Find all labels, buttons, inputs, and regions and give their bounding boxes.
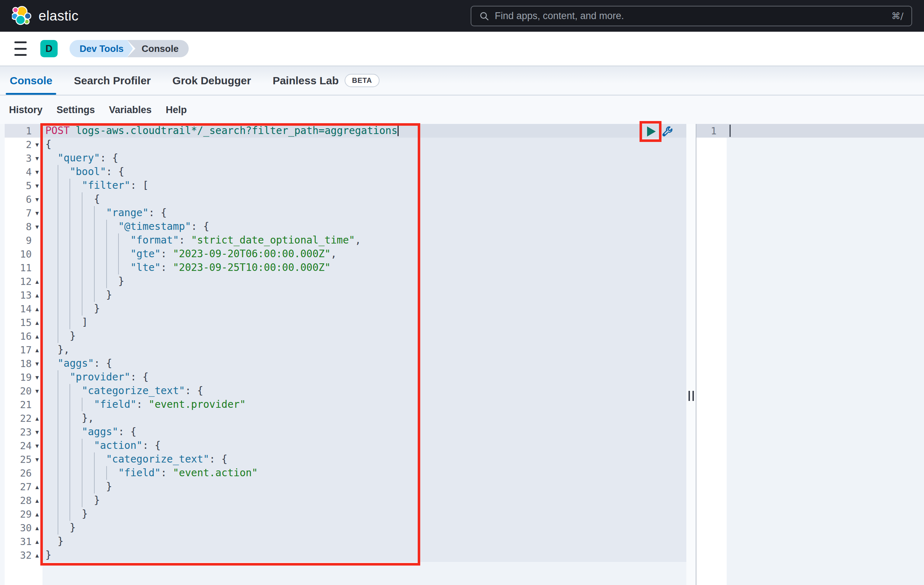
space-avatar[interactable]: D	[40, 40, 58, 57]
code-line[interactable]: "format": "strict_date_optional_time",	[43, 233, 686, 247]
code-line[interactable]: }	[43, 274, 686, 288]
code-line[interactable]: },	[43, 343, 686, 357]
fold-toggle-icon[interactable]: ▾	[32, 206, 43, 220]
code-line[interactable]: "categorize_text": {	[43, 453, 686, 466]
fold-toggle-icon[interactable]: ▴	[32, 274, 43, 288]
elastic-logo[interactable]: elastic	[12, 6, 79, 26]
tab-search-profiler[interactable]: Search Profiler	[74, 66, 150, 95]
output-gutter: 1	[696, 124, 727, 585]
request-editor[interactable]: 12▾3▾4▾5▾6▾7▾8▾9101112▴13▴14▴15▴16▴17▴18…	[0, 124, 686, 585]
code-line[interactable]: },	[43, 411, 686, 425]
splitter-handle-icon[interactable]	[688, 391, 694, 401]
fold-toggle-icon[interactable]: ▾	[32, 178, 43, 192]
code-line[interactable]: "lte": "2023-09-25T10:00:00.000Z"	[43, 261, 686, 274]
code-line[interactable]: "provider": {	[43, 370, 686, 384]
code-line[interactable]: {	[43, 192, 686, 206]
fold-toggle-icon[interactable]: ▾	[32, 357, 43, 370]
menu-variables[interactable]: Variables	[109, 104, 152, 116]
fold-toggle-icon[interactable]: ▴	[32, 316, 43, 329]
fold-toggle-icon[interactable]: ▴	[32, 521, 43, 535]
code-line[interactable]: "action": {	[43, 439, 686, 453]
tab-console[interactable]: Console	[10, 66, 52, 95]
gutter-line: 14▴	[5, 302, 43, 316]
gutter-line: 27▴	[5, 480, 43, 494]
fold-toggle-icon[interactable]: ▴	[32, 343, 43, 357]
fold-toggle-icon[interactable]: ▾	[32, 165, 43, 178]
menu-settings[interactable]: Settings	[56, 104, 95, 116]
code-line[interactable]: "aggs": {	[43, 425, 686, 439]
fold-toggle-icon[interactable]: ▴	[32, 288, 43, 302]
indent-guide	[58, 220, 70, 233]
panel-splitter[interactable]	[686, 124, 696, 585]
global-search[interactable]: ⌘/	[471, 6, 912, 26]
code-line[interactable]: "range": {	[43, 206, 686, 220]
breadcrumb-dev-tools[interactable]: Dev Tools	[69, 40, 127, 57]
fold-toggle-icon[interactable]: ▾	[32, 425, 43, 439]
fold-toggle-icon[interactable]: ▴	[32, 548, 43, 562]
output-editor[interactable]	[727, 124, 924, 585]
fold-toggle-icon[interactable]: ▾	[32, 137, 43, 151]
code-line[interactable]: }	[43, 507, 686, 521]
code-line[interactable]: }	[43, 302, 686, 316]
fold-toggle-icon[interactable]: ▾	[32, 439, 43, 453]
request-options-wrench-icon[interactable]	[660, 125, 673, 137]
fold-toggle-icon[interactable]: ▾	[32, 220, 43, 233]
indent-guide	[58, 178, 70, 192]
indent-guide	[118, 233, 130, 247]
code-line[interactable]: "categorize_text": {	[43, 384, 686, 398]
indent-guide	[69, 398, 82, 411]
line-number: 8	[26, 221, 32, 232]
code-line[interactable]: }	[43, 548, 686, 562]
indent-guide	[94, 206, 106, 220]
fold-toggle-icon[interactable]: ▴	[32, 535, 43, 548]
indent-guide	[94, 220, 106, 233]
fold-toggle-icon[interactable]: ▴	[32, 302, 43, 316]
code-line[interactable]: "field": "event.provider"	[43, 398, 686, 411]
code-line[interactable]: "query": {	[43, 151, 686, 165]
gutter-line: 28▴	[5, 494, 43, 507]
fold-toggle-icon[interactable]: ▾	[32, 453, 43, 466]
indent-guide	[69, 316, 82, 329]
code-line[interactable]: "bool": {	[43, 165, 686, 178]
fold-toggle-icon[interactable]: ▴	[32, 480, 43, 494]
tab-grok-debugger[interactable]: Grok Debugger	[173, 66, 251, 95]
code-line[interactable]: }	[43, 494, 686, 507]
indent-guide	[58, 192, 70, 206]
fold-toggle-icon[interactable]: ▾	[32, 384, 43, 398]
fold-toggle-icon[interactable]: ▾	[32, 151, 43, 165]
code-line[interactable]: }	[43, 535, 686, 548]
search-input[interactable]	[495, 10, 886, 21]
indent-guide	[106, 220, 119, 233]
fold-toggle-icon[interactable]: ▾	[32, 370, 43, 384]
code-line[interactable]: POST logs-aws.cloudtrail*/_search?filter…	[43, 124, 686, 137]
code-line[interactable]: {	[43, 137, 686, 151]
indent-guide	[58, 453, 70, 466]
indent-guide	[69, 233, 82, 247]
fold-toggle-icon[interactable]: ▴	[32, 507, 43, 521]
menu-help[interactable]: Help	[166, 104, 187, 116]
send-request-button[interactable]	[647, 126, 656, 137]
indent-guide	[82, 247, 94, 261]
code-line[interactable]: }	[43, 329, 686, 343]
code-line[interactable]: "filter": [	[43, 178, 686, 192]
fold-toggle-icon[interactable]: ▴	[32, 329, 43, 343]
fold-toggle-icon[interactable]: ▴	[32, 494, 43, 507]
indent-guide	[69, 288, 82, 302]
code-line[interactable]: }	[43, 288, 686, 302]
fold-toggle-icon[interactable]: ▴	[32, 411, 43, 425]
line-number: 12	[20, 276, 32, 287]
gutter-line: 25▾	[5, 453, 43, 466]
left-code[interactable]: POST logs-aws.cloudtrail*/_search?filter…	[43, 124, 686, 585]
code-line[interactable]: "@timestamp": {	[43, 220, 686, 233]
code-line[interactable]: "field": "event.action"	[43, 466, 686, 480]
code-line[interactable]: }	[43, 521, 686, 535]
gutter-line: 7▾	[5, 206, 43, 220]
code-line[interactable]: ]	[43, 316, 686, 329]
tab-painless-lab[interactable]: Painless Lab BETA	[272, 66, 380, 95]
code-line[interactable]: }	[43, 480, 686, 494]
fold-toggle-icon[interactable]: ▾	[32, 192, 43, 206]
menu-toggle-icon[interactable]	[15, 41, 26, 56]
code-line[interactable]: "gte": "2023-09-20T06:00:00.000Z",	[43, 247, 686, 261]
code-line[interactable]: "aggs": {	[43, 357, 686, 370]
menu-history[interactable]: History	[9, 104, 43, 116]
